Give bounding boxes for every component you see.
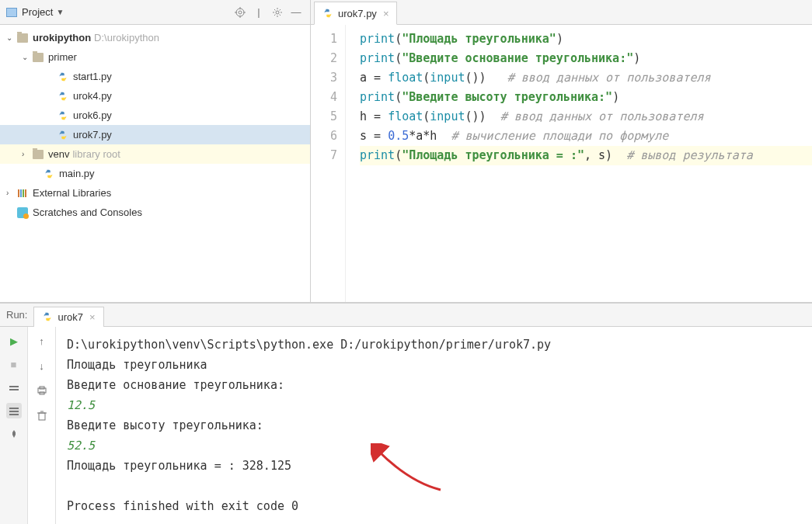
- run-header: Run: urok7 ×: [0, 304, 812, 327]
- folder-icon: [33, 53, 44, 62]
- line-number: 4: [311, 88, 337, 107]
- extlib-label: External Libraries: [33, 187, 111, 199]
- down-arrow-icon[interactable]: ↓: [34, 358, 50, 373]
- python-file-icon: [58, 130, 68, 141]
- run-tab[interactable]: urok7 ×: [33, 307, 103, 327]
- line-number: 1: [311, 29, 337, 49]
- console-line: Площадь треугольника: [67, 355, 801, 375]
- project-pane-icon: [6, 8, 17, 17]
- stop-icon[interactable]: ■: [6, 356, 22, 372]
- line-number: 6: [311, 127, 337, 146]
- print-icon[interactable]: [34, 383, 50, 398]
- python-file-icon: [58, 110, 68, 121]
- folder-label: primer: [48, 51, 77, 63]
- run-toolbar-left: ▶ ■: [0, 327, 28, 524]
- file-label: main.py: [59, 168, 95, 179]
- root-path: D:\urokipython: [94, 32, 159, 43]
- project-label[interactable]: Project: [22, 6, 53, 18]
- annotation-arrow-icon: [371, 443, 448, 504]
- file-label: urok7.py: [73, 129, 112, 141]
- project-sidebar: Project ▼ | — ⌄ urokipython D:\urokipyth…: [0, 0, 311, 302]
- tree-file[interactable]: › urok4.py: [0, 86, 310, 106]
- layout2-icon[interactable]: [6, 403, 22, 418]
- svg-rect-14: [9, 411, 19, 412]
- target-icon[interactable]: [232, 5, 248, 20]
- code-area[interactable]: 1 2 3 4 5 6 7 print("Площадь треугольник…: [311, 25, 812, 302]
- tree-file[interactable]: › start1.py: [0, 67, 310, 86]
- tree-folder-primer[interactable]: ⌄ primer: [0, 47, 310, 67]
- chevron-down-icon[interactable]: ⌄: [6, 33, 17, 42]
- folder-label: venv: [48, 148, 69, 160]
- close-icon[interactable]: ×: [383, 8, 389, 19]
- editor-tabbar: urok7.py ×: [311, 0, 812, 25]
- tree-file[interactable]: › urok6.py: [0, 106, 310, 125]
- project-tree: ⌄ urokipython D:\urokipython ⌄ primer › …: [0, 25, 310, 302]
- svg-point-1: [239, 11, 242, 14]
- run-tab-label: urok7: [58, 311, 83, 323]
- layout-icon[interactable]: [6, 380, 22, 395]
- tab-label: urok7.py: [338, 8, 377, 19]
- console-line: Введите основание треугольника:: [67, 375, 801, 395]
- python-file-icon: [58, 91, 68, 102]
- settings-gear-icon[interactable]: [270, 5, 285, 20]
- svg-point-6: [276, 11, 279, 14]
- console-line: Введите высоту треугольника:: [67, 415, 801, 436]
- run-panel: Run: urok7 × ▶ ■ ↑ ↓ D:\urokipython\venv…: [0, 303, 812, 524]
- chevron-right-icon[interactable]: ›: [6, 189, 17, 197]
- python-file-icon: [58, 71, 68, 82]
- line-number: 7: [311, 146, 337, 165]
- console-output[interactable]: D:\urokipython\venv\Scripts\python.exe D…: [56, 327, 812, 524]
- tree-scratches[interactable]: › Scratches and Consoles: [0, 203, 310, 222]
- editor-tab[interactable]: urok7.py ×: [314, 2, 397, 25]
- libraries-icon: [17, 188, 28, 199]
- python-file-icon: [44, 168, 54, 179]
- folder-extra: library root: [72, 148, 120, 160]
- svg-rect-15: [9, 414, 19, 415]
- line-number: 3: [311, 68, 337, 88]
- svg-rect-7: [18, 189, 19, 197]
- run-icon[interactable]: ▶: [6, 333, 22, 349]
- scratch-label: Scratches and Consoles: [33, 206, 142, 218]
- svg-rect-9: [23, 189, 24, 197]
- svg-rect-19: [39, 413, 45, 420]
- python-file-icon: [322, 8, 333, 19]
- trash-icon[interactable]: [34, 408, 50, 423]
- file-label: urok4.py: [73, 90, 112, 102]
- root-name: urokipython: [33, 32, 91, 43]
- svg-rect-10: [25, 189, 26, 197]
- svg-rect-12: [9, 389, 19, 390]
- svg-rect-11: [9, 386, 19, 387]
- dropdown-arrow-icon[interactable]: ▼: [56, 8, 64, 16]
- console-line: D:\urokipython\venv\Scripts\python.exe D…: [67, 335, 801, 355]
- scratches-icon: [17, 207, 28, 218]
- tree-file-selected[interactable]: › urok7.py: [0, 125, 310, 144]
- line-number: 5: [311, 107, 337, 127]
- tree-folder-venv[interactable]: › venv library root: [0, 144, 310, 164]
- divider-icon: |: [251, 5, 267, 20]
- minimize-icon[interactable]: —: [288, 5, 304, 20]
- console-input-line: 12.5: [67, 395, 801, 415]
- svg-rect-8: [20, 189, 22, 197]
- svg-point-0: [236, 9, 244, 16]
- tree-external-libraries[interactable]: › External Libraries: [0, 183, 310, 203]
- tree-file[interactable]: › main.py: [0, 164, 310, 183]
- line-gutter: 1 2 3 4 5 6 7: [311, 25, 346, 302]
- tree-root[interactable]: ⌄ urokipython D:\urokipython: [0, 28, 310, 47]
- svg-rect-13: [9, 408, 19, 409]
- close-icon[interactable]: ×: [89, 311, 96, 323]
- code-text[interactable]: print("Площадь треугольника") print("Вве…: [346, 25, 812, 302]
- folder-icon: [17, 33, 28, 43]
- run-toolbar-right: ↑ ↓: [28, 327, 56, 524]
- file-label: start1.py: [73, 71, 112, 82]
- run-label: Run:: [6, 309, 27, 321]
- up-arrow-icon[interactable]: ↑: [34, 333, 50, 349]
- chevron-down-icon[interactable]: ⌄: [22, 53, 33, 61]
- folder-icon: [33, 150, 44, 159]
- file-label: urok6.py: [73, 109, 112, 121]
- editor-pane: urok7.py × 1 2 3 4 5 6 7 print("Площадь …: [311, 0, 812, 302]
- pin-icon[interactable]: [6, 426, 22, 442]
- sidebar-header: Project ▼ | —: [0, 0, 310, 25]
- run-body: ▶ ■ ↑ ↓ D:\urokipython\venv\Scripts\pyth…: [0, 327, 812, 524]
- chevron-right-icon[interactable]: ›: [22, 150, 33, 158]
- line-number: 2: [311, 49, 337, 68]
